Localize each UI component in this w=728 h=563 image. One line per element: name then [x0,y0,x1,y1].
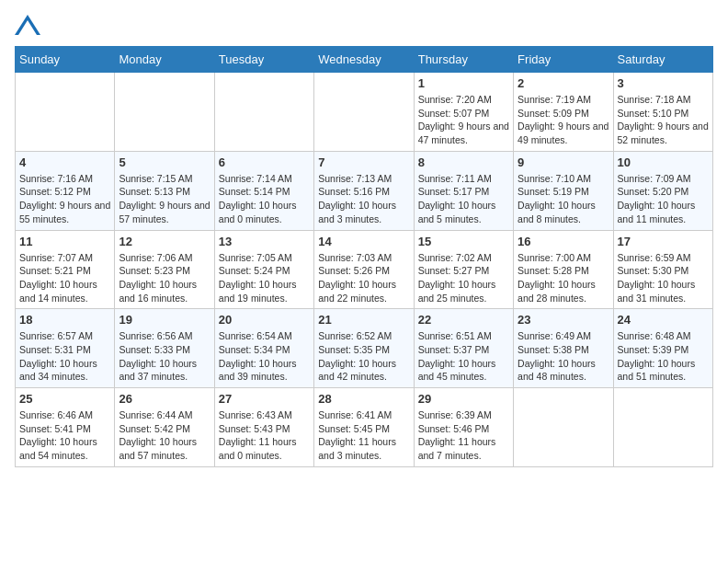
calendar-cell: 5Sunrise: 7:15 AM Sunset: 5:13 PM Daylig… [115,151,214,230]
calendar-cell: 1Sunrise: 7:20 AM Sunset: 5:07 PM Daylig… [414,73,513,152]
calendar-cell [115,73,214,152]
calendar-cell: 10Sunrise: 7:09 AM Sunset: 5:20 PM Dayli… [613,151,712,230]
day-info: Sunrise: 6:43 AM Sunset: 5:43 PM Dayligh… [219,408,310,463]
day-info: Sunrise: 7:09 AM Sunset: 5:20 PM Dayligh… [618,172,709,226]
day-info: Sunrise: 7:20 AM Sunset: 5:07 PM Dayligh… [418,93,509,147]
calendar-cell: 20Sunrise: 6:54 AM Sunset: 5:34 PM Dayli… [214,309,313,388]
calendar-cell [214,73,313,152]
calendar-day-header: Tuesday [214,47,313,73]
day-number: 2 [518,76,609,90]
day-number: 27 [219,392,310,406]
calendar-header-row: SundayMondayTuesdayWednesdayThursdayFrid… [16,47,713,73]
calendar-cell: 2Sunrise: 7:19 AM Sunset: 5:09 PM Daylig… [514,73,613,152]
calendar-cell [314,73,414,152]
day-number: 23 [518,313,609,327]
calendar-cell: 21Sunrise: 6:52 AM Sunset: 5:35 PM Dayli… [314,309,414,388]
day-number: 29 [418,392,509,406]
day-info: Sunrise: 7:07 AM Sunset: 5:21 PM Dayligh… [19,251,110,305]
day-number: 25 [19,392,110,406]
day-number: 6 [219,155,310,169]
calendar-day-header: Friday [514,47,613,73]
day-info: Sunrise: 7:02 AM Sunset: 5:27 PM Dayligh… [418,251,509,305]
day-info: Sunrise: 6:44 AM Sunset: 5:42 PM Dayligh… [119,408,210,463]
day-number: 15 [418,235,509,248]
day-info: Sunrise: 6:48 AM Sunset: 5:39 PM Dayligh… [618,329,709,384]
day-info: Sunrise: 6:39 AM Sunset: 5:46 PM Dayligh… [418,408,509,463]
logo [15,15,44,35]
calendar-cell: 12Sunrise: 7:06 AM Sunset: 5:23 PM Dayli… [115,230,214,309]
calendar-cell: 24Sunrise: 6:48 AM Sunset: 5:39 PM Dayli… [613,309,712,388]
day-number: 22 [418,313,509,327]
day-number: 26 [119,392,210,406]
calendar-cell: 15Sunrise: 7:02 AM Sunset: 5:27 PM Dayli… [414,230,513,309]
calendar-cell [16,73,115,152]
calendar-day-header: Monday [115,47,214,73]
calendar-cell: 6Sunrise: 7:14 AM Sunset: 5:14 PM Daylig… [214,151,313,230]
calendar-cell: 22Sunrise: 6:51 AM Sunset: 5:37 PM Dayli… [414,309,513,388]
calendar-week-row: 4Sunrise: 7:16 AM Sunset: 5:12 PM Daylig… [16,151,713,230]
calendar-cell: 3Sunrise: 7:18 AM Sunset: 5:10 PM Daylig… [613,73,712,152]
calendar-cell: 9Sunrise: 7:10 AM Sunset: 5:19 PM Daylig… [514,151,613,230]
day-info: Sunrise: 7:10 AM Sunset: 5:19 PM Dayligh… [518,172,609,226]
calendar-cell: 4Sunrise: 7:16 AM Sunset: 5:12 PM Daylig… [16,151,115,230]
day-number: 24 [618,313,709,327]
day-info: Sunrise: 6:46 AM Sunset: 5:41 PM Dayligh… [19,408,110,463]
day-number: 13 [219,235,310,248]
calendar-cell: 29Sunrise: 6:39 AM Sunset: 5:46 PM Dayli… [414,388,513,467]
day-number: 18 [19,313,110,327]
calendar-cell: 13Sunrise: 7:05 AM Sunset: 5:24 PM Dayli… [214,230,313,309]
day-number: 28 [318,392,409,406]
day-info: Sunrise: 7:03 AM Sunset: 5:26 PM Dayligh… [318,251,409,305]
calendar-cell: 18Sunrise: 6:57 AM Sunset: 5:31 PM Dayli… [16,309,115,388]
day-info: Sunrise: 7:13 AM Sunset: 5:16 PM Dayligh… [318,172,409,226]
day-number: 9 [518,155,609,169]
logo-icon [15,15,40,35]
day-info: Sunrise: 6:57 AM Sunset: 5:31 PM Dayligh… [19,329,110,384]
calendar-table: SundayMondayTuesdayWednesdayThursdayFrid… [15,46,713,467]
day-number: 11 [19,235,110,248]
calendar-day-header: Saturday [613,47,712,73]
day-info: Sunrise: 7:18 AM Sunset: 5:10 PM Dayligh… [618,93,709,147]
day-info: Sunrise: 7:00 AM Sunset: 5:28 PM Dayligh… [518,251,609,305]
day-info: Sunrise: 7:06 AM Sunset: 5:23 PM Dayligh… [119,251,210,305]
calendar-day-header: Sunday [16,47,115,73]
calendar-cell: 17Sunrise: 6:59 AM Sunset: 5:30 PM Dayli… [613,230,712,309]
day-number: 4 [19,155,110,169]
calendar-week-row: 1Sunrise: 7:20 AM Sunset: 5:07 PM Daylig… [16,73,713,152]
day-info: Sunrise: 7:19 AM Sunset: 5:09 PM Dayligh… [518,93,609,147]
calendar-cell: 19Sunrise: 6:56 AM Sunset: 5:33 PM Dayli… [115,309,214,388]
calendar-week-row: 25Sunrise: 6:46 AM Sunset: 5:41 PM Dayli… [16,388,713,467]
day-number: 7 [318,155,409,169]
day-number: 21 [318,313,409,327]
page-header [15,15,713,35]
calendar-cell: 23Sunrise: 6:49 AM Sunset: 5:38 PM Dayli… [514,309,613,388]
day-number: 14 [318,235,409,248]
calendar-day-header: Wednesday [314,47,414,73]
calendar-week-row: 11Sunrise: 7:07 AM Sunset: 5:21 PM Dayli… [16,230,713,309]
calendar-cell: 7Sunrise: 7:13 AM Sunset: 5:16 PM Daylig… [314,151,414,230]
day-number: 3 [618,76,709,90]
day-number: 19 [119,313,210,327]
day-number: 1 [418,76,509,90]
day-number: 16 [518,235,609,248]
calendar-cell: 11Sunrise: 7:07 AM Sunset: 5:21 PM Dayli… [16,230,115,309]
calendar-day-header: Thursday [414,47,513,73]
calendar-cell: 25Sunrise: 6:46 AM Sunset: 5:41 PM Dayli… [16,388,115,467]
day-number: 20 [219,313,310,327]
day-info: Sunrise: 6:56 AM Sunset: 5:33 PM Dayligh… [119,329,210,384]
day-info: Sunrise: 6:59 AM Sunset: 5:30 PM Dayligh… [618,251,709,305]
calendar-cell [613,388,712,467]
day-number: 5 [119,155,210,169]
day-number: 17 [618,235,709,248]
calendar-cell [514,388,613,467]
calendar-cell: 28Sunrise: 6:41 AM Sunset: 5:45 PM Dayli… [314,388,414,467]
day-info: Sunrise: 7:16 AM Sunset: 5:12 PM Dayligh… [19,172,110,226]
day-info: Sunrise: 6:54 AM Sunset: 5:34 PM Dayligh… [219,329,310,384]
calendar-cell: 14Sunrise: 7:03 AM Sunset: 5:26 PM Dayli… [314,230,414,309]
calendar-cell: 27Sunrise: 6:43 AM Sunset: 5:43 PM Dayli… [214,388,313,467]
day-info: Sunrise: 6:52 AM Sunset: 5:35 PM Dayligh… [318,329,409,384]
day-info: Sunrise: 7:14 AM Sunset: 5:14 PM Dayligh… [219,172,310,226]
day-number: 12 [119,235,210,248]
day-number: 10 [618,155,709,169]
calendar-week-row: 18Sunrise: 6:57 AM Sunset: 5:31 PM Dayli… [16,309,713,388]
